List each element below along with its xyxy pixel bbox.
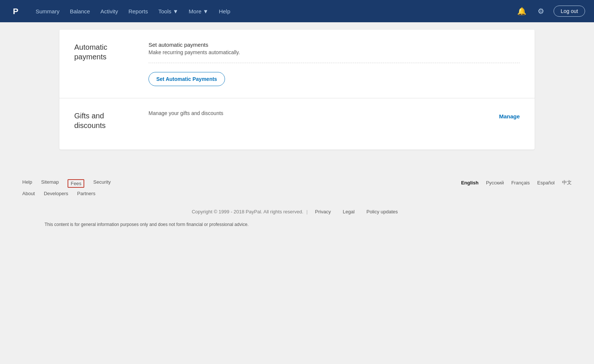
footer-separator: |: [306, 209, 307, 214]
footer-policy-link[interactable]: Policy updates: [366, 209, 398, 214]
nav-summary[interactable]: Summary: [31, 5, 64, 17]
automatic-payments-content: Set automatic payments Make recurring pa…: [148, 42, 520, 86]
footer-copyright-text: Copyright © 1999 - 2018 PayPal. All righ…: [192, 209, 303, 214]
footer-links-row1: Help Sitemap Fees Security: [22, 179, 111, 188]
gifts-discounts-row: Gifts anddiscounts Manage your gifts and…: [59, 98, 535, 142]
bell-icon: 🔔: [517, 7, 526, 16]
automatic-payments-divider: [148, 63, 520, 63]
gifts-discounts-label: Gifts anddiscounts: [74, 110, 148, 130]
footer-help-link[interactable]: Help: [22, 179, 32, 188]
gifts-discounts-content: Manage your gifts and discounts: [148, 110, 520, 116]
nav-activity[interactable]: Activity: [96, 5, 123, 17]
nav-balance[interactable]: Balance: [65, 5, 94, 17]
footer-privacy-link[interactable]: Privacy: [315, 209, 331, 214]
gifts-discounts-desc: Manage your gifts and discounts: [148, 110, 520, 116]
footer-security-link[interactable]: Security: [93, 179, 111, 188]
footer-top-section: Help Sitemap Fees Security About Develop…: [22, 179, 572, 196]
footer-links-row2: About Developers Partners: [22, 191, 111, 196]
paypal-logo[interactable]: P: [9, 4, 22, 18]
settings-button[interactable]: ⚙: [534, 4, 548, 18]
footer-developers-link[interactable]: Developers: [44, 191, 68, 196]
settings-card: Automaticpayments Set automatic payments…: [59, 30, 535, 150]
footer-lang-en[interactable]: English: [461, 180, 479, 186]
footer-left-links: Help Sitemap Fees Security About Develop…: [22, 179, 111, 196]
navbar: P Summary Balance Activity Reports Tools…: [0, 0, 594, 22]
gear-icon: ⚙: [538, 7, 544, 16]
nav-links: Summary Balance Activity Reports Tools ▼…: [31, 5, 515, 17]
logout-button[interactable]: Log out: [554, 6, 585, 17]
manage-link[interactable]: Manage: [499, 113, 520, 119]
footer-about-link[interactable]: About: [22, 191, 35, 196]
footer-lang-fr[interactable]: Français: [511, 180, 530, 186]
automatic-payments-desc: Make recurring payments automatically.: [148, 49, 520, 55]
footer-sitemap-link[interactable]: Sitemap: [41, 179, 59, 188]
automatic-payments-label: Automaticpayments: [74, 42, 148, 62]
nav-tools[interactable]: Tools ▼: [154, 5, 183, 17]
footer-languages: English Русский Français Español 中文: [461, 179, 572, 186]
automatic-payments-title: Set automatic payments: [148, 42, 520, 48]
footer-disclaimer: This content is for general information …: [22, 222, 572, 227]
footer-partners-link[interactable]: Partners: [77, 191, 95, 196]
nav-actions: 🔔 ⚙ Log out: [515, 4, 585, 18]
footer-lang-zh[interactable]: 中文: [562, 179, 572, 186]
footer-copyright-row: Copyright © 1999 - 2018 PayPal. All righ…: [22, 209, 572, 214]
more-chevron-icon: ▼: [203, 8, 209, 14]
nav-reports[interactable]: Reports: [124, 5, 153, 17]
footer: Help Sitemap Fees Security About Develop…: [0, 164, 594, 235]
tools-chevron-icon: ▼: [173, 8, 178, 14]
svg-text:P: P: [13, 7, 19, 16]
footer-fees-link[interactable]: Fees: [68, 179, 84, 188]
footer-legal-link[interactable]: Legal: [343, 209, 355, 214]
notifications-button[interactable]: 🔔: [515, 4, 528, 18]
main-content: Automaticpayments Set automatic payments…: [0, 22, 594, 164]
footer-lang-ru[interactable]: Русский: [486, 180, 504, 186]
nav-more[interactable]: More ▼: [184, 5, 213, 17]
set-automatic-payments-button[interactable]: Set Automatic Payments: [148, 72, 225, 86]
footer-lang-es[interactable]: Español: [537, 180, 555, 186]
nav-help[interactable]: Help: [214, 5, 235, 17]
automatic-payments-row: Automaticpayments Set automatic payments…: [59, 30, 535, 98]
